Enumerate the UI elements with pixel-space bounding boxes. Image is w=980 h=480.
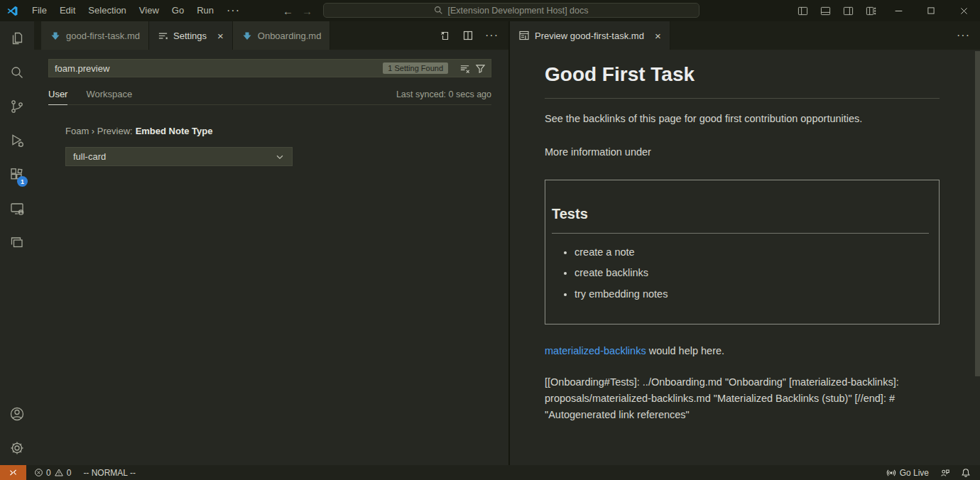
scope-tab-user[interactable]: User bbox=[48, 89, 67, 105]
warning-count: 0 bbox=[67, 468, 72, 478]
tab-label: Onboarding.md bbox=[258, 31, 322, 41]
preview-paragraph: See the backlinks of this page for good … bbox=[545, 111, 940, 127]
activity-bar: 1 bbox=[0, 21, 34, 465]
last-synced-label: Last synced: 0 secs ago bbox=[396, 89, 491, 104]
menu-go[interactable]: Go bbox=[165, 0, 190, 21]
tab-strip-right: Preview good-first-task.md × ··· bbox=[510, 21, 980, 50]
preview-scrollbar[interactable] bbox=[975, 51, 980, 376]
command-center-search[interactable]: [Extension Development Host] docs bbox=[323, 3, 699, 18]
markdown-icon bbox=[50, 30, 61, 41]
more-actions-icon[interactable]: ··· bbox=[485, 29, 499, 42]
filter-settings-icon[interactable] bbox=[475, 63, 486, 74]
menu-view[interactable]: View bbox=[133, 0, 165, 21]
title-bar: File Edit Selection View Go Run ··· ← → … bbox=[0, 0, 980, 21]
vscode-window: File Edit Selection View Go Run ··· ← → … bbox=[0, 0, 980, 480]
menu-selection[interactable]: Selection bbox=[82, 0, 132, 21]
close-tab-icon[interactable]: × bbox=[655, 31, 661, 41]
windows-icon[interactable] bbox=[0, 226, 34, 260]
setting-item-embed-note-type: Foam › Preview:Embed Note Type full-card bbox=[48, 126, 491, 166]
embedded-note-card: Tests create a note create backlinks try… bbox=[545, 180, 940, 324]
search-icon bbox=[434, 6, 443, 15]
more-actions-icon[interactable]: ··· bbox=[957, 29, 970, 42]
maximize-icon[interactable] bbox=[915, 0, 947, 21]
open-settings-json-icon[interactable] bbox=[440, 30, 451, 41]
setting-title: Foam › Preview:Embed Note Type bbox=[65, 126, 491, 136]
list-item: create a note bbox=[575, 245, 929, 261]
remote-explorer-icon[interactable] bbox=[0, 192, 34, 226]
settings-tune-icon bbox=[158, 31, 168, 41]
editor-group-preview: Preview good-first-task.md × ··· Good Fi… bbox=[510, 21, 980, 465]
menu-run[interactable]: Run bbox=[190, 0, 220, 21]
tab-onboarding[interactable]: Onboarding.md bbox=[233, 21, 331, 50]
feedback-icon[interactable] bbox=[940, 468, 950, 478]
link-suffix-text: would help here. bbox=[646, 345, 724, 356]
clear-settings-search-icon[interactable] bbox=[459, 63, 470, 74]
remote-indicator-icon[interactable] bbox=[0, 465, 26, 480]
select-value: full-card bbox=[73, 151, 106, 162]
preview-paragraph: More information under bbox=[545, 145, 940, 160]
broadcast-icon bbox=[886, 468, 896, 478]
warning-icon bbox=[54, 468, 64, 477]
editor-group-settings: good-first-task.md Settings × Onboarding… bbox=[34, 21, 508, 465]
settings-scope-tabs: User Workspace Last synced: 0 secs ago bbox=[48, 89, 491, 105]
split-editor-icon[interactable] bbox=[462, 30, 474, 41]
layout-sidebar-right-icon[interactable] bbox=[837, 0, 859, 21]
markdown-icon bbox=[241, 30, 253, 41]
search-icon[interactable] bbox=[0, 55, 34, 89]
tab-preview-good-first-task[interactable]: Preview good-first-task.md × bbox=[510, 21, 670, 50]
close-window-icon[interactable] bbox=[947, 0, 980, 21]
settings-gear-icon[interactable] bbox=[0, 431, 34, 465]
markdown-preview: Good First Task See the backlinks of thi… bbox=[510, 50, 980, 465]
chevron-down-icon bbox=[275, 152, 285, 162]
account-icon[interactable] bbox=[0, 397, 34, 431]
embedded-note-list: create a note create backlinks try embed… bbox=[552, 245, 929, 302]
embed-note-type-select[interactable]: full-card bbox=[65, 147, 293, 166]
minimize-icon[interactable] bbox=[882, 0, 915, 21]
navigate-back-icon[interactable]: ← bbox=[283, 5, 293, 17]
command-center-label: [Extension Development Host] docs bbox=[447, 6, 588, 16]
materialized-backlinks-link[interactable]: materialized-backlinks bbox=[545, 345, 646, 356]
bell-icon[interactable] bbox=[961, 468, 971, 478]
setting-category: Foam › Preview: bbox=[65, 126, 133, 136]
status-bar: 0 0 -- NORMAL -- Go Live bbox=[0, 465, 980, 480]
link-references-text: [[Onboarding#Tests]: ../Onboarding.md "O… bbox=[545, 374, 940, 424]
explorer-icon[interactable] bbox=[0, 21, 34, 55]
customize-layout-icon[interactable] bbox=[859, 0, 882, 21]
close-tab-icon[interactable]: × bbox=[217, 31, 224, 41]
tab-strip-left: good-first-task.md Settings × Onboarding… bbox=[34, 21, 508, 50]
error-icon bbox=[34, 468, 43, 477]
settings-result-count-badge: 1 Setting Found bbox=[383, 62, 448, 74]
extensions-badge: 1 bbox=[17, 176, 28, 187]
list-item: try embedding notes bbox=[575, 287, 929, 302]
scope-tab-workspace[interactable]: Workspace bbox=[86, 89, 132, 104]
vim-mode-indicator[interactable]: -- NORMAL -- bbox=[83, 468, 136, 478]
embedded-note-title: Tests bbox=[552, 203, 929, 234]
problems-indicator[interactable]: 0 0 bbox=[34, 468, 71, 478]
settings-search-box: 1 Setting Found bbox=[48, 59, 491, 77]
tab-label: Settings bbox=[173, 31, 207, 41]
menu-more-icon[interactable]: ··· bbox=[220, 0, 246, 21]
go-live-button[interactable]: Go Live bbox=[886, 468, 929, 478]
tab-label: good-first-task.md bbox=[66, 31, 140, 41]
tab-settings[interactable]: Settings × bbox=[149, 21, 233, 50]
error-count: 0 bbox=[46, 468, 51, 478]
settings-search-input[interactable] bbox=[55, 63, 383, 74]
extensions-icon[interactable]: 1 bbox=[0, 158, 34, 192]
layout-panel-icon[interactable] bbox=[814, 0, 837, 21]
setting-name: Embed Note Type bbox=[136, 126, 213, 136]
list-item: create backlinks bbox=[575, 266, 929, 281]
settings-editor: 1 Setting Found User Workspace Last sync… bbox=[34, 50, 508, 465]
run-and-debug-icon[interactable] bbox=[0, 124, 34, 158]
layout-sidebar-left-icon[interactable] bbox=[791, 0, 814, 21]
tab-good-first-task[interactable]: good-first-task.md bbox=[41, 21, 149, 50]
navigate-forward-icon[interactable]: → bbox=[302, 5, 312, 17]
open-preview-icon bbox=[518, 30, 530, 41]
go-live-label: Go Live bbox=[900, 468, 929, 478]
preview-paragraph: materialized-backlinks would help here. bbox=[545, 344, 940, 359]
tab-label: Preview good-first-task.md bbox=[535, 31, 644, 41]
preview-heading: Good First Task bbox=[545, 60, 940, 99]
menu-edit[interactable]: Edit bbox=[53, 0, 82, 21]
source-control-icon[interactable] bbox=[0, 89, 34, 124]
menu-file[interactable]: File bbox=[26, 0, 53, 21]
vscode-logo-icon bbox=[6, 5, 18, 17]
